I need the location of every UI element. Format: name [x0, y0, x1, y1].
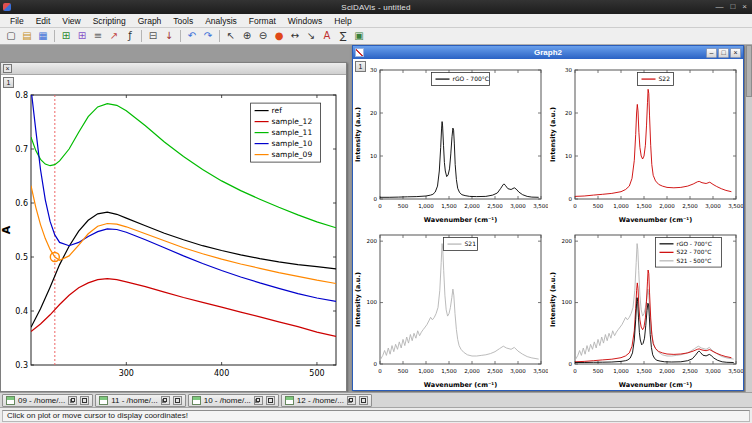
raman-s21-chart[interactable]: 05001,0001,5002,0002,5003,0003,500010020…: [353, 224, 548, 389]
zoom-out-button[interactable]: ⊖: [255, 29, 271, 44]
zoom-in-button[interactable]: ⊕: [239, 29, 255, 44]
app-minimize-button[interactable]: —: [715, 3, 723, 11]
app-window-buttons: —□×: [715, 0, 747, 14]
graph2-maximize-button[interactable]: □: [718, 48, 729, 58]
svg-text:30: 30: [565, 67, 572, 73]
graph2-close-button[interactable]: ×: [730, 48, 741, 58]
window-tab-3[interactable]: 12 - /home/...: [281, 394, 372, 407]
workspace-scrollbar-thumb[interactable]: [746, 45, 752, 97]
graph1-close-button[interactable]: ×: [3, 64, 12, 73]
window-tab-0[interactable]: 09 - /home/...: [2, 394, 93, 407]
tab-restore-button[interactable]: [68, 396, 77, 405]
new-note-button[interactable]: ≡: [90, 29, 106, 44]
raman-s22-chart[interactable]: 05001,0001,5002,0002,5003,0003,500010203…: [548, 59, 743, 224]
svg-text:100: 100: [562, 299, 573, 305]
svg-text:ref: ref: [272, 106, 283, 115]
svg-text:Wavenumber (cm⁻¹): Wavenumber (cm⁻¹): [619, 381, 692, 389]
svg-text:0: 0: [374, 196, 378, 202]
svg-text:3,000: 3,000: [510, 368, 526, 374]
new-graph-button[interactable]: ↗: [106, 29, 122, 44]
window-tab-1[interactable]: 11 - /home/...: [95, 394, 186, 407]
svg-text:0: 0: [569, 196, 573, 202]
select-range-button[interactable]: ↔: [287, 29, 303, 44]
add-text-button[interactable]: A: [319, 29, 335, 44]
graph2-window[interactable]: Graph2 –□× 1 05001,0001,5002,0002,5003,0…: [352, 45, 744, 391]
menu-item-tools[interactable]: Tools: [167, 15, 199, 27]
tab-label: 10 - /home/...: [204, 396, 251, 405]
menu-item-graph[interactable]: Graph: [132, 15, 168, 27]
new-project-button[interactable]: ▢: [3, 29, 19, 44]
svg-text:S21 - 500°C: S21 - 500°C: [677, 258, 712, 264]
new-table-button[interactable]: ⊞: [58, 29, 74, 44]
svg-text:100: 100: [367, 299, 378, 305]
svg-text:1,000: 1,000: [613, 203, 629, 209]
svg-text:0.7: 0.7: [15, 145, 28, 154]
svg-text:10: 10: [565, 153, 572, 159]
graph1-layer-button[interactable]: 1: [3, 77, 14, 88]
table-icon: [192, 396, 201, 405]
status-message: Click on plot or move cursor to display …: [2, 410, 750, 422]
tab-maximize-button[interactable]: [173, 396, 182, 405]
svg-text:1,500: 1,500: [441, 368, 457, 374]
svg-text:1,500: 1,500: [636, 203, 652, 209]
pointer-button[interactable]: ↖: [223, 29, 239, 44]
print-button[interactable]: ⊟: [145, 29, 161, 44]
workspace-scrollbar[interactable]: [745, 45, 752, 392]
absorbance-chart[interactable]: 3004005000.30.40.50.60.70.8Arefsample_12…: [1, 75, 346, 391]
menubar: FileEditViewScriptingGraphToolsAnalysisF…: [0, 14, 752, 28]
tab-maximize-button[interactable]: [80, 396, 89, 405]
menu-item-format[interactable]: Format: [243, 15, 282, 27]
svg-text:2,000: 2,000: [659, 203, 675, 209]
app-titlebar[interactable]: SciDAVis - untitled —□×: [0, 0, 752, 14]
menu-item-file[interactable]: File: [4, 15, 30, 27]
svg-text:1,500: 1,500: [441, 203, 457, 209]
save-project-button[interactable]: ▦: [35, 29, 51, 44]
menu-item-edit[interactable]: Edit: [30, 15, 57, 27]
open-project-button[interactable]: ▤: [19, 29, 35, 44]
svg-text:sample_12: sample_12: [272, 117, 313, 126]
raman-rgo-chart[interactable]: 05001,0001,5002,0002,5003,0003,500010203…: [353, 59, 548, 224]
data-reader-button[interactable]: ●: [271, 29, 287, 44]
graph2-layer-button[interactable]: 1: [355, 61, 366, 72]
draw-arrow-button[interactable]: ↘: [303, 29, 319, 44]
graph1-titlebar[interactable]: ×: [1, 63, 346, 75]
tab-maximize-button[interactable]: [266, 396, 275, 405]
tab-maximize-button[interactable]: [359, 396, 368, 405]
svg-text:1,000: 1,000: [418, 368, 434, 374]
tab-restore-button[interactable]: [254, 396, 263, 405]
tab-restore-button[interactable]: [161, 396, 170, 405]
menu-item-scripting[interactable]: Scripting: [87, 15, 132, 27]
menu-item-windows[interactable]: Windows: [282, 15, 328, 27]
app-maximize-button[interactable]: □: [730, 3, 735, 11]
svg-text:0: 0: [573, 203, 577, 209]
tab-restore-button[interactable]: [347, 396, 356, 405]
undo-button[interactable]: ↶: [184, 29, 200, 44]
menu-item-analysis[interactable]: Analysis: [199, 15, 243, 27]
redo-button[interactable]: ↷: [200, 29, 216, 44]
svg-text:500: 500: [593, 203, 604, 209]
scidavis-app: SciDAVis - untitled —□× FileEditViewScri…: [0, 0, 752, 423]
graph2-titlebar[interactable]: Graph2 –□×: [353, 46, 743, 59]
graph2-minimize-button[interactable]: –: [706, 48, 717, 58]
app-close-button[interactable]: ×: [742, 3, 747, 11]
add-image-button[interactable]: ▣: [351, 29, 367, 44]
svg-text:500: 500: [398, 203, 409, 209]
svg-text:sample_10: sample_10: [272, 139, 313, 148]
toolbar-separator: [180, 30, 181, 42]
new-function-plot-button[interactable]: ƒ: [122, 29, 138, 44]
raman-overlay-chart[interactable]: 05001,0001,5002,0002,5003,0003,500010020…: [548, 224, 743, 389]
tab-label: 12 - /home/...: [297, 396, 344, 405]
new-matrix-button[interactable]: ⊞: [74, 29, 90, 44]
export-pdf-button[interactable]: ↓: [161, 29, 177, 44]
toolbar-separator: [54, 30, 55, 42]
mdi-workspace: × 1 3004005000.30.40.50.60.70.8Arefsampl…: [0, 45, 752, 392]
table-icon: [99, 396, 108, 405]
menu-item-help[interactable]: Help: [328, 15, 357, 27]
toolbar: ▢▤▦⊞⊞≡↗ƒ⊟↓↶↷↖⊕⊖●↔↘A∑▣: [0, 28, 752, 45]
menu-item-view[interactable]: View: [56, 15, 86, 27]
add-equation-button[interactable]: ∑: [335, 29, 351, 44]
svg-text:200: 200: [562, 238, 573, 244]
svg-text:20: 20: [565, 110, 572, 116]
window-tab-2[interactable]: 10 - /home/...: [188, 394, 279, 407]
graph1-window[interactable]: × 1 3004005000.30.40.50.60.70.8Arefsampl…: [0, 62, 347, 392]
